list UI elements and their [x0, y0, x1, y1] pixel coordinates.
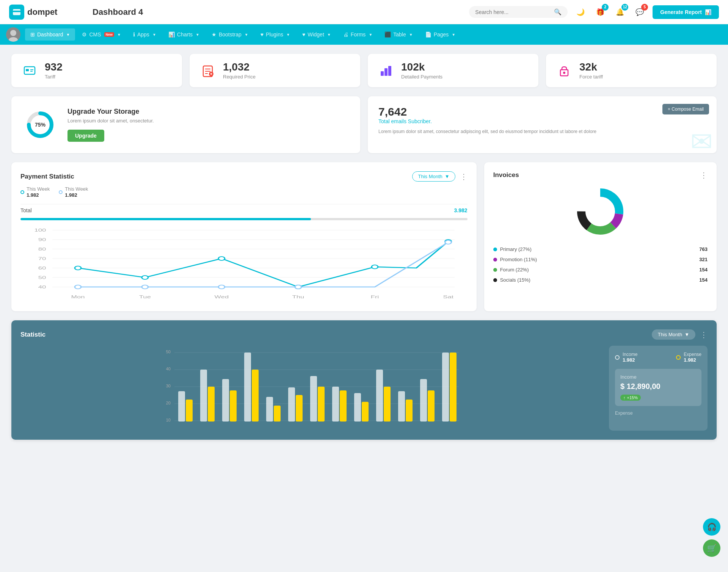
svg-text:90: 90 — [38, 237, 46, 242]
chevron-down-icon-10: ▼ — [452, 33, 455, 37]
nav-item-plugins[interactable]: ♥ Plugins ▼ — [255, 28, 295, 41]
nav-item-charts[interactable]: 📊 Charts ▼ — [163, 28, 205, 41]
search-box: 🔍 — [469, 6, 568, 18]
nav-item-widget[interactable]: ♥ Widget ▼ — [297, 28, 336, 41]
chat-badge: 5 — [641, 4, 648, 11]
search-icon: 🔍 — [554, 8, 562, 16]
nav-label-forms: Forms — [351, 31, 366, 38]
legend-item-1: This Week 1.982 — [20, 186, 50, 198]
statistic-right-panel: Income 1.982 Expense 1.982 Income $ — [609, 346, 708, 431]
svg-rect-17 — [388, 66, 391, 76]
statistic-dropdown-icon: ▼ — [684, 332, 689, 337]
expense-panel-label: Expense — [615, 411, 633, 416]
up-arrow-icon: ↑ — [623, 395, 626, 400]
email-card: + Compose Email 7,642 Total emails Subcr… — [368, 96, 717, 153]
cms-icon: ⚙ — [82, 31, 87, 38]
svg-point-42 — [75, 285, 81, 289]
tariff-icon — [20, 61, 39, 80]
header: dompet Dashboard 4 🔍 🌙 🎁 2 🔔 12 💬 5 Gene… — [0, 0, 728, 24]
inv-legend-forum: Forum (22%) 154 — [493, 265, 708, 275]
stat-info-tariff: 932 Tariff — [45, 62, 63, 80]
statistic-legend-row: Income 1.982 Expense 1.982 — [615, 352, 701, 363]
nav-item-dashboard[interactable]: ⊞ Dashboard ▼ — [25, 28, 75, 41]
charts-icon: 📊 — [168, 31, 175, 38]
donut-label: 75% — [35, 122, 46, 128]
invoices-more-button[interactable]: ⋮ — [700, 171, 708, 179]
email-background-icon: ✉ — [682, 127, 717, 153]
chevron-down-icon-6: ▼ — [286, 33, 290, 37]
nav-label-pages: Pages — [434, 31, 449, 38]
svg-point-2 — [10, 30, 16, 36]
statistic-title: Statistic — [20, 331, 46, 338]
inv-label-socials: Socials (15%) — [500, 277, 530, 283]
new-badge: New — [104, 32, 115, 37]
tariff-label: Tariff — [45, 74, 63, 80]
svg-text:10: 10 — [166, 418, 171, 422]
nav-item-apps[interactable]: ℹ Apps ▼ — [128, 28, 162, 41]
dashboard-icon: ⊞ — [30, 31, 35, 38]
svg-rect-91 — [442, 353, 449, 422]
generate-report-label: Generate Report — [660, 9, 702, 15]
upgrade-text: Upgrade Your Storage Lorem ipsum dolor s… — [67, 108, 154, 142]
svg-rect-77 — [288, 387, 295, 422]
dark-mode-button[interactable]: 🌙 — [574, 5, 587, 19]
legend-item-2: This Week 1.982 — [59, 186, 88, 198]
main-content: 932 Tariff 1,032 Required Price 102k Det… — [0, 45, 728, 458]
nav-item-bootstrap[interactable]: ★ Bootstrap ▼ — [206, 28, 254, 41]
nav-item-pages[interactable]: 📄 Pages ▼ — [420, 28, 461, 41]
notifications-button[interactable]: 🔔 12 — [613, 5, 627, 19]
svg-text:70: 70 — [38, 256, 46, 261]
upgrade-card: 75% Upgrade Your Storage Lorem ipsum dol… — [11, 96, 360, 153]
gift-button[interactable]: 🎁 2 — [593, 5, 607, 19]
search-input[interactable] — [475, 9, 551, 15]
svg-rect-70 — [208, 387, 215, 422]
nav-label-widget: Widget — [308, 31, 324, 38]
chat-button[interactable]: 💬 5 — [633, 5, 646, 19]
generate-report-button[interactable]: Generate Report 📊 — [653, 5, 719, 19]
svg-text:80: 80 — [38, 247, 46, 251]
income-panel-label: Income — [620, 374, 696, 380]
svg-text:Fri: Fri — [371, 295, 379, 299]
income-change-badge: ↑ +15% — [620, 395, 641, 401]
statistic-month-button[interactable]: This Month ▼ — [652, 329, 695, 340]
nav-item-cms[interactable]: ⚙ CMS New ▼ — [77, 28, 126, 41]
chevron-down-icon-3: ▼ — [152, 33, 156, 37]
chevron-down-icon-9: ▼ — [409, 33, 413, 37]
svg-rect-5 — [26, 69, 29, 71]
statistic-more-button[interactable]: ⋮ — [700, 330, 708, 339]
email-desc: Lorem ipsum dolor sit amet, consectetur … — [378, 128, 706, 135]
nav-item-table[interactable]: ⬛ Table ▼ — [379, 28, 418, 41]
statistic-header: Statistic This Month ▼ ⋮ — [20, 329, 708, 340]
price-icon — [199, 61, 217, 80]
payment-invoices-row: Payment Statistic This Month ▼ ⋮ This We… — [11, 162, 717, 311]
svg-rect-76 — [274, 406, 281, 422]
bootstrap-icon: ★ — [212, 31, 217, 38]
legend-dot-1 — [20, 190, 24, 194]
svg-text:Wed: Wed — [215, 295, 229, 299]
expense-legend-value: 1.982 — [684, 357, 701, 363]
this-month-filter-button[interactable]: This Month ▼ — [412, 171, 455, 182]
nav-item-forms[interactable]: 🖨 Forms ▼ — [338, 28, 378, 41]
progress-fill — [20, 218, 311, 220]
svg-rect-72 — [230, 390, 237, 422]
more-options-button[interactable]: ⋮ — [460, 173, 468, 180]
svg-rect-15 — [381, 71, 384, 76]
svg-text:50: 50 — [166, 349, 171, 354]
inv-label-promotion: Promotion (11%) — [500, 257, 537, 262]
page-title: Dashboard 4 — [93, 7, 469, 17]
stat-card-payments: 102k Detailed Payments — [368, 54, 538, 87]
compose-email-button[interactable]: + Compose Email — [662, 104, 709, 114]
invoices-legend: Primary (27%) 763 Promotion (11%) 321 Fo… — [493, 244, 708, 285]
stat-card-force: 32k Force tariff — [546, 54, 717, 87]
upgrade-button[interactable]: Upgrade — [67, 130, 104, 142]
svg-text:40: 40 — [38, 285, 46, 289]
svg-text:Mon: Mon — [71, 295, 85, 299]
invoices-header: Invoices ⋮ — [493, 171, 708, 179]
svg-point-45 — [295, 285, 301, 289]
chevron-down-icon-7: ▼ — [327, 33, 331, 37]
dropdown-arrow-icon: ▼ — [445, 174, 450, 179]
legend-dot-2 — [59, 190, 63, 194]
statistic-body: 50 40 30 20 10 — [20, 346, 708, 431]
total-label: Total — [20, 207, 32, 213]
chevron-down-icon-2: ▼ — [117, 33, 121, 37]
